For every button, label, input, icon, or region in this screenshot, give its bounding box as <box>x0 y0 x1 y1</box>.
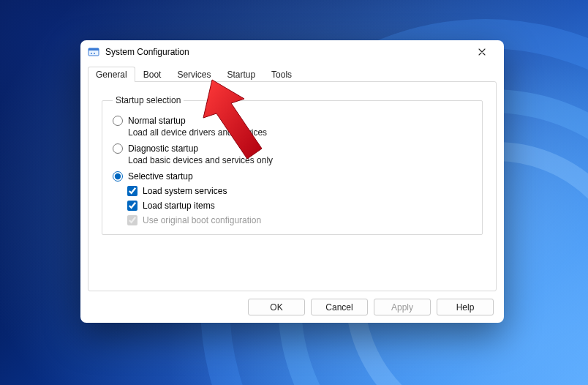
group-legend: Startup selection <box>113 95 184 105</box>
radio-diagnostic-startup[interactable]: Diagnostic startup <box>113 143 472 154</box>
radio-diagnostic-input[interactable] <box>113 143 123 154</box>
radio-diagnostic-desc: Load basic devices and services only <box>128 155 472 165</box>
help-button[interactable]: Help <box>437 299 494 315</box>
radio-selective-startup[interactable]: Selective startup <box>113 171 472 182</box>
tab-panel-general: Startup selection Normal startup Load al… <box>88 81 497 291</box>
checkbox-load-startup-label: Load startup items <box>143 201 215 211</box>
apply-button: Apply <box>374 299 431 315</box>
dialog-button-row: OK Cancel Apply Help <box>88 291 497 315</box>
radio-diagnostic-label: Diagnostic startup <box>128 143 198 154</box>
tab-tools[interactable]: Tools <box>263 67 300 82</box>
radio-normal-startup[interactable]: Normal startup <box>113 116 472 126</box>
system-configuration-window: System Configuration General Boot Servic… <box>80 40 504 323</box>
desktop-background: System Configuration General Boot Servic… <box>0 0 588 385</box>
tab-general[interactable]: General <box>88 67 135 82</box>
ok-button[interactable]: OK <box>248 299 305 315</box>
client-area: General Boot Services Startup Tools Star… <box>80 64 504 323</box>
tab-boot[interactable]: Boot <box>135 67 170 82</box>
checkbox-load-startup-input[interactable] <box>127 201 137 211</box>
checkbox-load-services-label: Load system services <box>143 186 227 196</box>
msconfig-icon <box>88 46 99 58</box>
titlebar[interactable]: System Configuration <box>80 40 504 64</box>
tab-startup[interactable]: Startup <box>219 67 263 82</box>
svg-point-3 <box>94 53 95 54</box>
svg-point-2 <box>91 53 92 54</box>
tabstrip: General Boot Services Startup Tools <box>88 64 497 81</box>
radio-normal-desc: Load all device drivers and services <box>128 127 472 138</box>
checkbox-use-original-label: Use original boot configuration <box>143 215 261 225</box>
checkbox-use-original-boot: Use original boot configuration <box>127 215 472 225</box>
startup-selection-group: Startup selection Normal startup Load al… <box>102 95 483 235</box>
radio-selective-input[interactable] <box>113 171 123 182</box>
close-button[interactable] <box>467 42 497 62</box>
checkbox-load-startup-items[interactable]: Load startup items <box>127 201 472 211</box>
radio-normal-input[interactable] <box>113 116 123 126</box>
svg-rect-1 <box>88 48 99 51</box>
checkbox-load-system-services[interactable]: Load system services <box>127 186 472 196</box>
cancel-button[interactable]: Cancel <box>311 299 368 315</box>
checkbox-use-original-input <box>127 215 137 225</box>
radio-normal-label: Normal startup <box>128 116 186 126</box>
radio-selective-label: Selective startup <box>128 171 193 182</box>
tab-services[interactable]: Services <box>169 67 219 82</box>
close-icon <box>478 48 486 56</box>
window-title: System Configuration <box>105 47 189 57</box>
checkbox-load-services-input[interactable] <box>127 186 137 196</box>
